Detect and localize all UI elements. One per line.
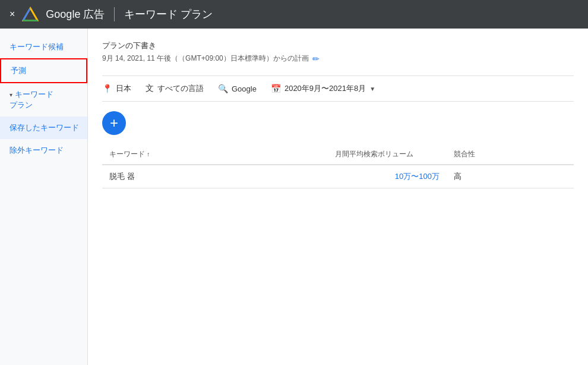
location-icon: 📍 <box>102 84 112 93</box>
topbar-divider <box>114 7 115 21</box>
sidebar-item-label: キーワード候補 <box>10 42 64 51</box>
plan-date-text: 9月 14, 2021, 11 午後（（GMT+09:00）日本標準時）からの計… <box>102 54 309 64</box>
svg-marker-0 <box>23 8 38 21</box>
sidebar-item-label: 予測 <box>11 66 26 75</box>
th-extra <box>554 144 574 165</box>
sidebar-item-excluded-keywords[interactable]: 除外キーワード <box>0 139 87 162</box>
td-extra <box>554 165 574 188</box>
edit-plan-icon[interactable]: ✏ <box>312 54 320 64</box>
th-competition: 競合性 <box>447 144 554 165</box>
topbar-title: Google 広告 <box>46 7 105 21</box>
topbar: × Google 広告 キーワード プラン <box>0 0 588 29</box>
svg-marker-1 <box>23 8 38 21</box>
network-label: Google <box>232 84 257 93</box>
location-filter[interactable]: 📍 日本 <box>102 83 131 94</box>
calendar-icon: 📅 <box>271 84 281 93</box>
table-header-row: キーワード ↑ 月間平均検索ボリューム 競合性 <box>102 144 574 165</box>
close-button[interactable]: × <box>10 9 15 20</box>
svg-line-3 <box>30 8 37 21</box>
sidebar-item-saved-keywords[interactable]: 保存したキーワード <box>0 117 87 139</box>
sidebar-item-keyword-plan[interactable]: ▾ キーワードプラン <box>0 83 87 117</box>
sidebar-item-forecast[interactable]: 予測 <box>0 58 87 83</box>
sidebar-item-keyword-candidates[interactable]: キーワード候補 <box>0 36 87 58</box>
main-content: プランの下書き 9月 14, 2021, 11 午後（（GMT+09:00）日本… <box>88 29 588 365</box>
keyword-table: キーワード ↑ 月間平均検索ボリューム 競合性 脱毛 器 10万〜100万 <box>102 144 574 188</box>
td-volume: 10万〜100万 <box>328 165 447 188</box>
language-label: すべての言語 <box>157 83 204 94</box>
sidebar: キーワード候補 予測 ▾ キーワードプラン 保存したキーワード 除外キーワード <box>0 29 88 365</box>
plan-draft-label: プランの下書き <box>102 40 574 51</box>
sidebar-item-label: 除外キーワード <box>10 146 64 155</box>
location-label: 日本 <box>116 83 131 94</box>
th-competition-label: 競合性 <box>454 150 475 158</box>
td-competition: 高 <box>447 165 554 188</box>
language-icon: 文 <box>146 83 154 94</box>
date-range-label: 2020年9月〜2021年8月 <box>284 83 366 94</box>
dropdown-arrow-icon: ▼ <box>369 86 375 92</box>
main-layout: キーワード候補 予測 ▾ キーワードプラン 保存したキーワード 除外キーワード … <box>0 29 588 365</box>
sidebar-item-label: キーワードプラン <box>10 90 53 109</box>
th-volume-label: 月間平均検索ボリューム <box>335 150 413 158</box>
date-filter[interactable]: 📅 2020年9月〜2021年8月 ▼ <box>271 83 375 94</box>
th-volume: 月間平均検索ボリューム <box>328 144 447 165</box>
table-row: 脱毛 器 10万〜100万 高 <box>102 165 574 188</box>
google-ads-logo <box>22 6 39 23</box>
language-filter[interactable]: 文 すべての言語 <box>146 83 204 94</box>
topbar-subtitle: キーワード プラン <box>124 7 213 21</box>
network-icon: 🔍 <box>218 84 228 93</box>
td-keyword: 脱毛 器 <box>102 165 328 188</box>
th-keyword-label: キーワード <box>109 150 145 158</box>
svg-line-2 <box>23 8 30 21</box>
sidebar-item-label: 保存したキーワード <box>10 123 79 132</box>
chevron-icon: ▾ <box>10 92 12 98</box>
filter-bar: 📍 日本 文 すべての言語 🔍 Google 📅 2020年9月〜2021年8月… <box>102 75 574 102</box>
th-keyword: キーワード ↑ <box>102 144 328 165</box>
plan-date: 9月 14, 2021, 11 午後（（GMT+09:00）日本標準時）からの計… <box>102 54 574 64</box>
sort-arrow-icon[interactable]: ↑ <box>147 151 150 158</box>
add-keyword-button[interactable]: + <box>102 111 126 135</box>
network-filter[interactable]: 🔍 Google <box>218 84 257 93</box>
